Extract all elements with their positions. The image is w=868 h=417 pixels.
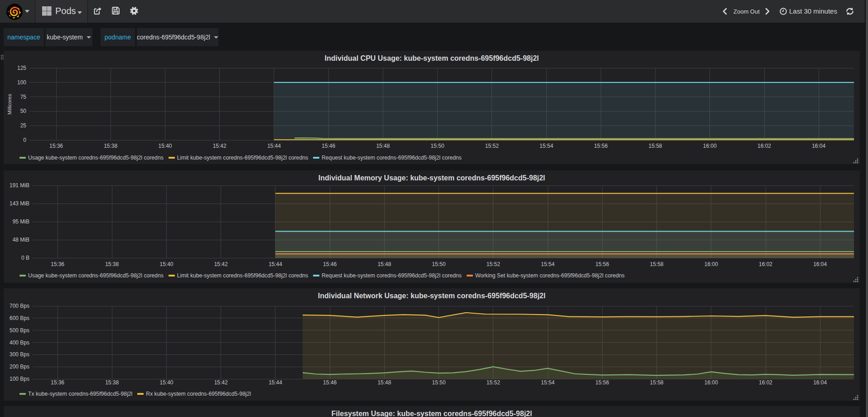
svg-text:15:44: 15:44 <box>267 143 281 149</box>
svg-text:15:42: 15:42 <box>213 143 227 149</box>
svg-text:15:54: 15:54 <box>541 261 555 267</box>
svg-text:16:04: 16:04 <box>813 261 827 267</box>
svg-text:15:56: 15:56 <box>595 379 609 386</box>
svg-text:15:50: 15:50 <box>431 143 444 149</box>
svg-text:16:00: 16:00 <box>704 379 718 386</box>
svg-text:100: 100 <box>17 79 26 86</box>
svg-text:25: 25 <box>20 122 27 129</box>
svg-text:15:44: 15:44 <box>269 379 282 386</box>
svg-text:400 Bps: 400 Bps <box>10 339 29 346</box>
svg-text:500 Bps: 500 Bps <box>10 327 29 334</box>
svg-text:15:38: 15:38 <box>105 261 119 267</box>
svg-text:191 MiB: 191 MiB <box>10 182 29 189</box>
svg-text:15:58: 15:58 <box>650 379 663 386</box>
svg-text:15:40: 15:40 <box>158 143 172 149</box>
svg-text:143 MiB: 143 MiB <box>10 200 29 207</box>
svg-text:15:48: 15:48 <box>376 143 390 149</box>
svg-text:15:56: 15:56 <box>594 143 608 149</box>
svg-text:16:00: 16:00 <box>703 143 717 149</box>
svg-text:75: 75 <box>20 94 27 100</box>
svg-text:15:40: 15:40 <box>159 379 173 386</box>
svg-text:15:42: 15:42 <box>214 379 228 386</box>
svg-text:48 MiB: 48 MiB <box>13 237 29 243</box>
svg-text:15:44: 15:44 <box>269 261 282 267</box>
svg-text:Millicores: Millicores <box>7 94 12 115</box>
svg-text:0 B: 0 B <box>21 255 29 261</box>
svg-text:15:38: 15:38 <box>104 143 117 149</box>
svg-text:0: 0 <box>23 137 26 143</box>
svg-text:700 Bps: 700 Bps <box>10 303 29 309</box>
svg-text:15:36: 15:36 <box>51 379 64 386</box>
svg-text:100 Bps: 100 Bps <box>10 376 29 382</box>
svg-text:50: 50 <box>20 108 27 114</box>
svg-text:15:40: 15:40 <box>159 261 173 267</box>
svg-text:15:46: 15:46 <box>323 261 337 267</box>
svg-text:16:00: 16:00 <box>704 261 718 267</box>
svg-text:15:58: 15:58 <box>650 261 663 267</box>
svg-text:15:52: 15:52 <box>485 143 499 149</box>
svg-text:15:48: 15:48 <box>377 379 391 386</box>
svg-text:600 Bps: 600 Bps <box>10 315 29 321</box>
svg-text:15:54: 15:54 <box>540 143 553 149</box>
svg-text:15:52: 15:52 <box>487 261 500 267</box>
svg-text:16:04: 16:04 <box>812 143 825 149</box>
svg-text:300 Bps: 300 Bps <box>10 351 29 358</box>
svg-text:95 MiB: 95 MiB <box>13 218 29 225</box>
svg-text:200 Bps: 200 Bps <box>10 364 29 370</box>
svg-text:15:58: 15:58 <box>648 143 662 149</box>
svg-text:15:52: 15:52 <box>487 379 500 386</box>
svg-text:15:48: 15:48 <box>377 261 391 267</box>
svg-text:15:46: 15:46 <box>322 143 335 149</box>
svg-text:15:46: 15:46 <box>323 379 337 386</box>
svg-text:125: 125 <box>17 65 26 71</box>
svg-text:15:38: 15:38 <box>105 379 119 386</box>
svg-text:15:56: 15:56 <box>595 261 609 267</box>
svg-text:16:04: 16:04 <box>813 379 827 386</box>
svg-text:16:02: 16:02 <box>757 143 771 149</box>
svg-text:15:42: 15:42 <box>214 261 228 267</box>
svg-text:15:36: 15:36 <box>51 261 64 267</box>
svg-text:15:50: 15:50 <box>432 261 446 267</box>
svg-text:15:54: 15:54 <box>541 379 555 386</box>
svg-text:15:36: 15:36 <box>49 143 63 149</box>
svg-text:16:02: 16:02 <box>759 379 772 386</box>
svg-text:16:02: 16:02 <box>759 261 772 267</box>
svg-text:15:50: 15:50 <box>432 379 446 386</box>
